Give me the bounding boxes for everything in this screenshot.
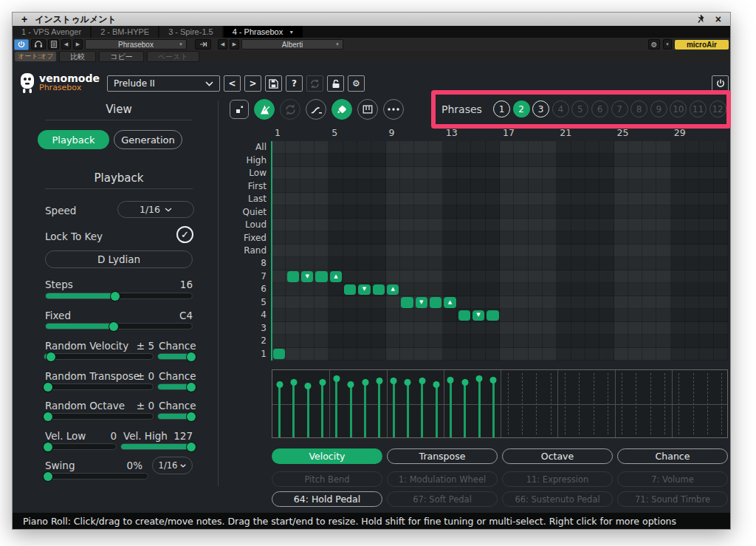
grid-cell[interactable] <box>557 283 571 296</box>
grid-cell[interactable] <box>471 231 485 244</box>
grid-cell[interactable] <box>699 348 713 361</box>
grid-cell[interactable] <box>500 257 514 270</box>
grid-cell[interactable] <box>457 193 471 205</box>
grid-cell[interactable] <box>628 231 642 244</box>
grid-cell[interactable] <box>557 335 571 347</box>
grid-cell[interactable] <box>599 141 614 154</box>
grid-cell[interactable] <box>457 335 471 347</box>
grid-cell[interactable] <box>529 219 543 231</box>
grid-cell[interactable] <box>614 219 628 231</box>
instrument-tab-3-spire-1-5[interactable]: 3 - Spire-1.5 <box>159 26 222 38</box>
grid-cell[interactable] <box>714 180 728 192</box>
grid-cell[interactable] <box>300 283 315 296</box>
grid-cell[interactable] <box>642 219 656 231</box>
grid-cell[interactable] <box>714 296 728 309</box>
grid-cell[interactable] <box>300 322 315 335</box>
automation-mode-button[interactable]: オート:オフ <box>15 52 56 61</box>
grid-cell[interactable] <box>543 348 557 361</box>
grid-cell[interactable] <box>656 245 670 257</box>
grid-cell[interactable] <box>614 245 628 257</box>
grid-cell[interactable] <box>557 205 571 218</box>
grid-cell[interactable] <box>457 296 471 309</box>
grid-cell[interactable] <box>428 219 442 231</box>
grid-cell[interactable] <box>371 309 385 321</box>
grid-cell[interactable] <box>671 335 685 347</box>
grid-cell[interactable] <box>571 348 585 361</box>
grid-cell[interactable] <box>571 296 585 309</box>
grid-cell[interactable] <box>500 309 514 321</box>
grid-cell[interactable] <box>557 219 571 231</box>
grid-cell[interactable] <box>714 309 728 321</box>
note-step-2[interactable] <box>287 271 299 281</box>
grid-cell[interactable] <box>514 245 528 257</box>
grid-cell[interactable] <box>557 231 571 244</box>
velocity-stem-9[interactable] <box>393 381 395 437</box>
dropdown-caret-icon[interactable]: ▼ <box>663 39 672 50</box>
grid-cell[interactable] <box>685 296 699 309</box>
grid-cell[interactable] <box>543 231 557 244</box>
grid-cell[interactable] <box>543 205 557 218</box>
note-step-10[interactable] <box>401 297 413 307</box>
grid-cell[interactable] <box>699 205 713 218</box>
grid-cell[interactable] <box>343 348 357 361</box>
param-tab-transpose[interactable]: Transpose <box>387 448 498 464</box>
grid-cell[interactable] <box>642 167 656 180</box>
random-transpose-chance-slider[interactable] <box>157 383 193 390</box>
grid-cell[interactable] <box>329 205 343 218</box>
velocity-stem-4[interactable] <box>321 382 323 437</box>
note-step-6[interactable] <box>344 284 356 295</box>
grid-cell[interactable] <box>414 245 428 257</box>
random-transpose-slider[interactable] <box>44 383 154 390</box>
grid-cell[interactable] <box>656 180 670 192</box>
grid-cell[interactable] <box>357 141 371 154</box>
grid-cell[interactable] <box>714 205 728 218</box>
grid-cell[interactable] <box>714 283 728 296</box>
grid-cell[interactable] <box>671 270 685 283</box>
note-step-14[interactable] <box>458 310 470 321</box>
grid-cell[interactable] <box>371 270 385 283</box>
grid-cell[interactable] <box>585 245 599 257</box>
grid-cell[interactable] <box>699 322 713 335</box>
grid-cell[interactable] <box>557 245 571 257</box>
grid-cell[interactable] <box>343 167 357 180</box>
grid-cell[interactable] <box>414 348 428 361</box>
grid-cell[interactable] <box>414 193 428 205</box>
param-tab-pitch-bend[interactable]: Pitch Bend <box>272 471 382 487</box>
grid-cell[interactable] <box>685 154 699 166</box>
grid-cell[interactable] <box>514 219 528 231</box>
grid-cell[interactable] <box>585 270 599 283</box>
grid-cell[interactable] <box>699 180 713 192</box>
swing-slider[interactable] <box>44 473 148 480</box>
grid-cell[interactable] <box>614 322 628 335</box>
grid-cell[interactable] <box>714 245 728 257</box>
grid-cell[interactable] <box>400 154 414 166</box>
param-tab-71-sound-timbre[interactable]: 71: Sound Timbre <box>617 491 728 507</box>
grid-cell[interactable] <box>500 205 514 218</box>
grid-cell[interactable] <box>357 270 371 283</box>
grid-cell[interactable] <box>514 283 528 296</box>
swing-grid-dropdown[interactable]: 1/16 <box>152 457 193 474</box>
grid-cell[interactable] <box>599 335 614 347</box>
grid-cell[interactable] <box>471 167 485 180</box>
grid-cell[interactable] <box>614 296 628 309</box>
grid-cell[interactable] <box>699 270 713 283</box>
grid-cell[interactable] <box>486 141 500 154</box>
grid-cell[interactable] <box>329 180 343 192</box>
grid-cell[interactable] <box>557 167 571 180</box>
grid-cell[interactable] <box>599 283 614 296</box>
grid-cell[interactable] <box>557 322 571 335</box>
grid-cell[interactable] <box>543 193 557 205</box>
grid-cell[interactable] <box>414 322 428 335</box>
grid-cell[interactable] <box>471 219 485 231</box>
grid-cell[interactable] <box>329 296 343 309</box>
grid-cell[interactable] <box>714 219 728 231</box>
grid-cell[interactable] <box>642 348 656 361</box>
grid-cell[interactable] <box>286 167 300 180</box>
microair-badge[interactable]: microAir <box>675 40 729 50</box>
grid-cell[interactable] <box>486 283 500 296</box>
grid-cell[interactable] <box>315 296 329 309</box>
grid-cell[interactable] <box>400 245 414 257</box>
grid-cell[interactable] <box>300 167 315 180</box>
grid-cell[interactable] <box>300 193 315 205</box>
grid-cell[interactable] <box>614 270 628 283</box>
